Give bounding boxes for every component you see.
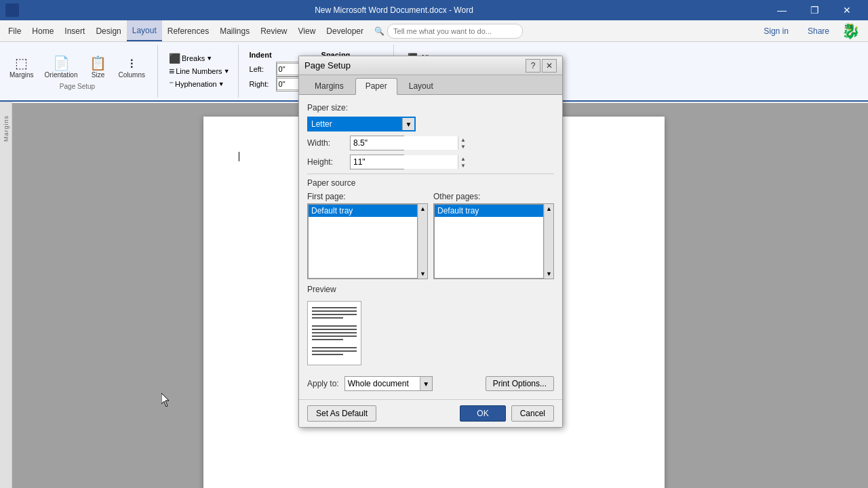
width-spinner-arrows: ▲ ▼ bbox=[458, 136, 468, 150]
width-value[interactable] bbox=[351, 136, 458, 150]
first-page-col: First page: Default tray ▲ ▼ bbox=[307, 192, 428, 279]
preview-line-11 bbox=[312, 350, 357, 352]
apply-to-value: Whole document bbox=[345, 379, 420, 388]
height-row: Height: ▲ ▼ bbox=[307, 155, 554, 169]
height-up-arrow[interactable]: ▲ bbox=[458, 155, 468, 162]
other-pages-scroll-down[interactable]: ▼ bbox=[546, 270, 552, 277]
cancel-button[interactable]: Cancel bbox=[511, 405, 554, 422]
set-as-default-button[interactable]: Set As Default bbox=[307, 405, 376, 422]
height-spinner-arrows: ▲ ▼ bbox=[458, 155, 468, 169]
width-down-arrow[interactable]: ▼ bbox=[458, 143, 468, 150]
preview-line-3 bbox=[312, 314, 357, 315]
tab-paper[interactable]: Paper bbox=[355, 78, 397, 95]
other-pages-col: Other pages: Default tray ▲ ▼ bbox=[433, 192, 554, 279]
preview-line-6 bbox=[312, 329, 357, 330]
dialog-content: Paper size: Letter ▼ Width: ▲ ▼ bbox=[299, 95, 562, 399]
section-divider-1 bbox=[307, 174, 554, 174]
apply-to-select[interactable]: Whole document ▼ bbox=[344, 376, 433, 391]
preview-line-2 bbox=[312, 310, 357, 312]
width-row: Width: ▲ ▼ bbox=[307, 136, 554, 150]
preview-gap-2 bbox=[312, 342, 357, 345]
dialog-title-buttons: ? ✕ bbox=[526, 59, 557, 73]
page-setup-dialog: Page Setup ? ✕ Margins Paper Layout Pape… bbox=[298, 56, 563, 428]
paper-source-area: First page: Default tray ▲ ▼ Other pages… bbox=[307, 192, 554, 279]
first-page-scroll-up[interactable]: ▲ bbox=[420, 205, 426, 212]
preview-line-10 bbox=[312, 347, 357, 348]
height-label: Height: bbox=[307, 157, 344, 167]
paper-size-select[interactable]: Letter ▼ bbox=[307, 117, 416, 131]
first-page-scrollbar[interactable]: ▲ ▼ bbox=[418, 204, 427, 279]
first-page-listbox-container: Default tray ▲ ▼ bbox=[307, 203, 428, 279]
first-page-label: First page: bbox=[307, 192, 428, 201]
width-label: Width: bbox=[307, 138, 344, 148]
preview-box bbox=[307, 297, 554, 369]
tab-layout[interactable]: Layout bbox=[399, 78, 443, 94]
other-pages-listbox-container: Default tray ▲ ▼ bbox=[433, 203, 554, 279]
preview-page bbox=[307, 301, 361, 365]
other-pages-default-tray[interactable]: Default tray bbox=[435, 205, 543, 217]
height-value[interactable] bbox=[351, 155, 458, 169]
width-input: ▲ ▼ bbox=[350, 136, 404, 150]
paper-source-label: Paper source bbox=[307, 178, 554, 188]
preview-line-7 bbox=[312, 332, 357, 333]
dialog-close-button[interactable]: ✕ bbox=[542, 59, 557, 73]
preview-line-12 bbox=[312, 354, 343, 355]
ok-button[interactable]: OK bbox=[460, 405, 505, 422]
print-options-button[interactable]: Print Options... bbox=[486, 376, 554, 391]
other-pages-listbox[interactable]: Default tray bbox=[434, 204, 544, 279]
preview-gap bbox=[312, 321, 357, 323]
preview-line-8 bbox=[312, 336, 357, 337]
preview-line-1 bbox=[312, 307, 357, 308]
dialog-buttons: Set As Default OK Cancel bbox=[299, 399, 562, 427]
dialog-help-button[interactable]: ? bbox=[526, 59, 540, 73]
dialog-title: Page Setup bbox=[304, 60, 351, 70]
paper-size-section-label: Paper size: bbox=[307, 103, 554, 113]
tab-margins[interactable]: Margins bbox=[304, 78, 354, 94]
preview-line-4 bbox=[312, 317, 343, 319]
paper-size-arrow[interactable]: ▼ bbox=[402, 118, 414, 130]
paper-size-value: Letter bbox=[309, 118, 402, 130]
preview-line-5 bbox=[312, 325, 357, 327]
preview-label: Preview bbox=[307, 285, 554, 294]
other-pages-scrollbar[interactable]: ▲ ▼ bbox=[544, 204, 553, 279]
height-down-arrow[interactable]: ▼ bbox=[458, 162, 468, 169]
paper-size-row: Letter ▼ bbox=[307, 117, 554, 131]
width-up-arrow[interactable]: ▲ bbox=[458, 136, 468, 143]
first-page-default-tray[interactable]: Default tray bbox=[309, 205, 417, 217]
preview-line-9 bbox=[312, 339, 343, 340]
apply-to-row: Apply to: Whole document ▼ Print Options… bbox=[307, 376, 554, 391]
preview-section: Preview bbox=[307, 285, 554, 369]
dialog-overlay: Page Setup ? ✕ Margins Paper Layout Pape… bbox=[0, 0, 868, 488]
other-pages-label: Other pages: bbox=[433, 192, 554, 201]
ok-cancel-buttons: OK Cancel bbox=[460, 405, 554, 422]
other-pages-scroll-up[interactable]: ▲ bbox=[546, 205, 552, 212]
first-page-listbox[interactable]: Default tray bbox=[308, 204, 418, 279]
dialog-title-bar: Page Setup ? ✕ bbox=[299, 56, 562, 75]
dialog-tabs: Margins Paper Layout bbox=[299, 75, 562, 95]
apply-to-arrow[interactable]: ▼ bbox=[420, 377, 432, 390]
height-input: ▲ ▼ bbox=[350, 155, 404, 169]
first-page-scroll-down[interactable]: ▼ bbox=[420, 270, 426, 277]
apply-to-label: Apply to: bbox=[307, 379, 339, 388]
